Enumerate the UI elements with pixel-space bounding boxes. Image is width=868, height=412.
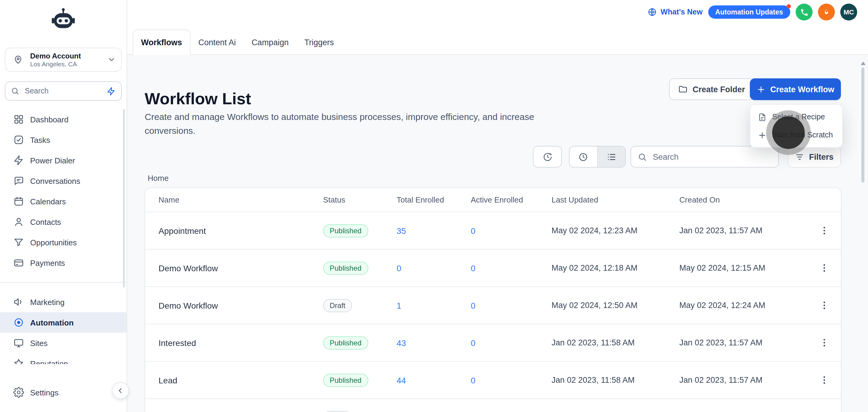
page-scrollbar-thumb[interactable] <box>861 67 864 183</box>
sidebar-search-input[interactable] <box>24 86 102 96</box>
sidebar-collapse-button[interactable] <box>112 382 129 399</box>
whatsapp-icon <box>800 7 809 17</box>
sidebar-item-label: Power Dialer <box>30 156 75 165</box>
sidebar-item-conversations[interactable]: Conversations <box>0 170 127 191</box>
history-view-button[interactable] <box>533 146 562 167</box>
workflow-search-input[interactable] <box>652 152 772 162</box>
tab-content-ai[interactable]: Content Ai <box>190 30 244 55</box>
workflow-name: Demo Workflow <box>158 300 323 310</box>
scrollbar-up-arrow[interactable] <box>861 62 866 65</box>
sidebar-item-dashboard[interactable]: Dashboard <box>0 109 127 130</box>
list-view-button[interactable] <box>597 147 625 167</box>
table-row[interactable]: Draft <box>145 399 841 412</box>
sidebar-item-tasks[interactable]: Tasks <box>0 130 127 150</box>
tab-triggers[interactable]: Triggers <box>297 30 342 55</box>
recipe-icon <box>758 113 767 122</box>
table-row[interactable]: Lead Published 44 0 Jan 02 2023, 11:58 A… <box>145 362 841 399</box>
power-dialer-icon <box>13 155 24 166</box>
calendars-icon <box>13 196 24 207</box>
rewards-button[interactable] <box>818 4 835 21</box>
notification-dot <box>786 4 791 8</box>
active-enrolled-link[interactable]: 0 <box>471 226 475 235</box>
create-folder-label: Create Folder <box>692 85 745 94</box>
active-enrolled-link[interactable]: 0 <box>471 263 475 273</box>
table-row[interactable]: Demo Workflow Published 0 0 May 02 2024,… <box>145 250 841 287</box>
last-updated: May 02 2024, 12:18 AM <box>552 263 679 273</box>
kebab-menu-icon[interactable] <box>819 375 829 385</box>
column-header: Status <box>323 195 397 204</box>
active-enrolled-link[interactable]: 0 <box>471 338 475 348</box>
avatar-initials: MC <box>844 8 854 16</box>
chevron-down-icon <box>107 56 116 64</box>
sidebar-item-marketing[interactable]: Marketing <box>0 292 127 312</box>
menu-item-label: Select a Recipe <box>772 113 825 121</box>
table-row[interactable]: Interested Published 43 0 Jan 02 2023, 1… <box>145 324 841 362</box>
sidebar-item-reputation[interactable]: Reputation <box>0 353 127 364</box>
table-row[interactable]: Demo Workflow Draft 1 0 May 02 2024, 12:… <box>145 287 841 324</box>
user-avatar[interactable]: MC <box>840 4 857 21</box>
status-badge: Published <box>323 373 368 387</box>
history-clock-icon <box>542 152 553 162</box>
total-enrolled-link[interactable]: 44 <box>397 375 406 385</box>
tab-label: Content Ai <box>198 38 236 47</box>
account-switcher[interactable]: Demo Account Los Angeles, CA <box>5 47 122 72</box>
tab-campaign[interactable]: Campaign <box>244 30 297 55</box>
last-updated: Jan 02 2023, 11:58 AM <box>552 338 679 347</box>
search-icon <box>638 152 647 161</box>
tab-label: Workflows <box>141 38 182 47</box>
sidebar-item-label: Automation <box>30 318 73 327</box>
filter-icon <box>795 152 804 161</box>
total-enrolled-link[interactable]: 0 <box>397 263 401 273</box>
breadcrumb[interactable]: Home <box>148 173 168 183</box>
sidebar-scrollbar[interactable] <box>123 109 125 288</box>
topbar: What's New Automation Updates MC Workflo… <box>127 0 868 55</box>
total-enrolled-link[interactable]: 1 <box>397 300 401 310</box>
sidebar-item-label: Conversations <box>30 176 80 185</box>
tab-workflows[interactable]: Workflows <box>133 30 190 55</box>
sidebar-item-calendars[interactable]: Calendars <box>0 191 127 212</box>
automation-updates-badge[interactable]: Automation Updates <box>708 5 790 19</box>
total-enrolled-link[interactable]: 43 <box>397 338 406 348</box>
table-row[interactable]: Appointment Published 35 0 May 02 2024, … <box>145 212 841 250</box>
clock-view-button[interactable] <box>569 147 597 167</box>
last-updated: Jan 02 2023, 11:58 AM <box>552 376 679 385</box>
kebab-menu-icon[interactable] <box>819 263 829 273</box>
workflow-name: Appointment <box>158 226 323 235</box>
sidebar-item-sites[interactable]: Sites <box>0 333 127 353</box>
filters-label: Filters <box>809 152 833 161</box>
sidebar: Demo Account Los Angeles, CA Dashboard T… <box>0 0 127 412</box>
sidebar-item-settings[interactable]: Settings <box>0 383 127 402</box>
active-enrolled-link[interactable]: 0 <box>471 375 475 385</box>
last-updated: May 02 2024, 12:23 AM <box>552 226 679 235</box>
active-enrolled-link[interactable]: 0 <box>471 300 475 310</box>
clock-icon <box>578 152 589 162</box>
tab-bar: Workflows Content Ai Campaign Triggers <box>133 30 342 55</box>
create-workflow-button[interactable]: Create Workflow <box>750 78 841 100</box>
account-name: Demo Account <box>30 52 81 60</box>
status-badge: Draft <box>323 299 352 312</box>
kebab-menu-icon[interactable] <box>819 300 829 310</box>
sidebar-item-automation[interactable]: Automation <box>0 312 127 333</box>
location-pin-icon <box>11 53 25 67</box>
page-title: Workflow List <box>145 89 251 109</box>
create-folder-button[interactable]: Create Folder <box>669 78 754 100</box>
total-enrolled-link[interactable]: 35 <box>397 226 406 235</box>
kebab-menu-icon[interactable] <box>819 225 829 236</box>
quick-actions-zap-icon[interactable] <box>107 87 116 96</box>
plus-icon <box>756 85 766 94</box>
menu-item-select-recipe[interactable]: Select a Recipe <box>750 108 842 126</box>
kebab-menu-icon[interactable] <box>819 338 829 348</box>
sidebar-item-opportunities[interactable]: Opportunities <box>0 232 127 253</box>
filters-button[interactable]: Filters <box>788 146 841 167</box>
workflow-name: Lead <box>158 375 323 385</box>
sidebar-item-contacts[interactable]: Contacts <box>0 212 127 232</box>
menu-item-start-from-scratch[interactable]: Start from Scratch <box>750 126 842 144</box>
whatsapp-button[interactable] <box>796 4 812 21</box>
tab-label: Campaign <box>252 38 289 47</box>
sidebar-item-power-dialer[interactable]: Power Dialer <box>0 150 127 170</box>
reputation-icon <box>13 358 24 364</box>
column-header: Last Updated <box>552 195 679 204</box>
sidebar-item-payments[interactable]: Payments <box>0 253 127 273</box>
whats-new-link[interactable]: What's New <box>647 7 703 17</box>
workflow-table: Name Status Total Enrolled Active Enroll… <box>145 187 841 412</box>
